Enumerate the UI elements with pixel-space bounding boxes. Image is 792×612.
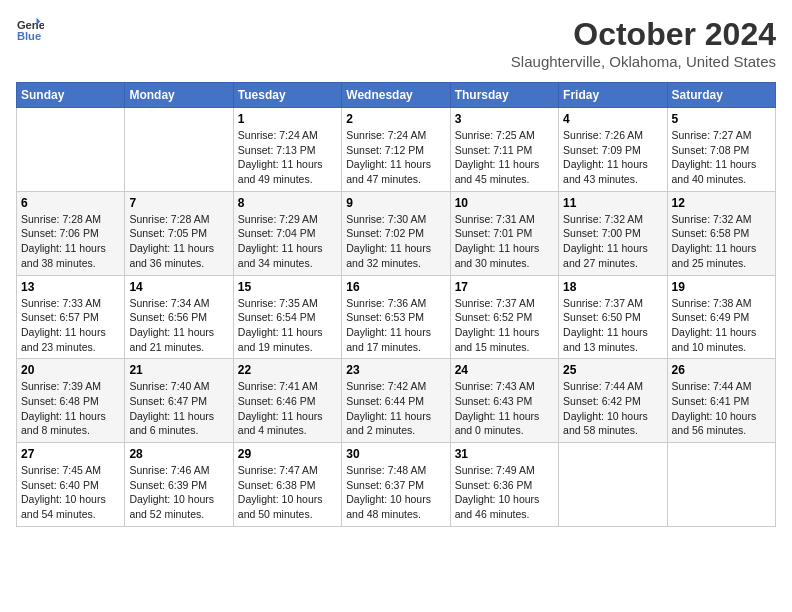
sunrise-text: Sunrise: 7:26 AM: [563, 128, 662, 143]
day-cell: 15Sunrise: 7:35 AMSunset: 6:54 PMDayligh…: [233, 275, 341, 359]
day-number: 11: [563, 196, 662, 210]
daylight-text: Daylight: 11 hours and 45 minutes.: [455, 157, 554, 186]
header-cell-saturday: Saturday: [667, 83, 775, 108]
day-cell: 27Sunrise: 7:45 AMSunset: 6:40 PMDayligh…: [17, 443, 125, 527]
sunrise-text: Sunrise: 7:37 AM: [563, 296, 662, 311]
day-number: 12: [672, 196, 771, 210]
sunrise-text: Sunrise: 7:28 AM: [21, 212, 120, 227]
header-cell-thursday: Thursday: [450, 83, 558, 108]
daylight-text: Daylight: 11 hours and 0 minutes.: [455, 409, 554, 438]
sunset-text: Sunset: 7:01 PM: [455, 226, 554, 241]
sunset-text: Sunset: 7:08 PM: [672, 143, 771, 158]
day-info: Sunrise: 7:32 AMSunset: 6:58 PMDaylight:…: [672, 212, 771, 271]
week-row-3: 13Sunrise: 7:33 AMSunset: 6:57 PMDayligh…: [17, 275, 776, 359]
day-info: Sunrise: 7:29 AMSunset: 7:04 PMDaylight:…: [238, 212, 337, 271]
day-number: 2: [346, 112, 445, 126]
sunrise-text: Sunrise: 7:31 AM: [455, 212, 554, 227]
week-row-1: 1Sunrise: 7:24 AMSunset: 7:13 PMDaylight…: [17, 108, 776, 192]
day-info: Sunrise: 7:41 AMSunset: 6:46 PMDaylight:…: [238, 379, 337, 438]
daylight-text: Daylight: 11 hours and 10 minutes.: [672, 325, 771, 354]
day-info: Sunrise: 7:26 AMSunset: 7:09 PMDaylight:…: [563, 128, 662, 187]
day-cell: 9Sunrise: 7:30 AMSunset: 7:02 PMDaylight…: [342, 191, 450, 275]
sunset-text: Sunset: 6:44 PM: [346, 394, 445, 409]
sunrise-text: Sunrise: 7:44 AM: [563, 379, 662, 394]
day-number: 23: [346, 363, 445, 377]
day-number: 15: [238, 280, 337, 294]
day-cell: 17Sunrise: 7:37 AMSunset: 6:52 PMDayligh…: [450, 275, 558, 359]
day-cell: 21Sunrise: 7:40 AMSunset: 6:47 PMDayligh…: [125, 359, 233, 443]
sunrise-text: Sunrise: 7:36 AM: [346, 296, 445, 311]
day-cell: 7Sunrise: 7:28 AMSunset: 7:05 PMDaylight…: [125, 191, 233, 275]
daylight-text: Daylight: 10 hours and 54 minutes.: [21, 492, 120, 521]
day-cell: 14Sunrise: 7:34 AMSunset: 6:56 PMDayligh…: [125, 275, 233, 359]
day-info: Sunrise: 7:31 AMSunset: 7:01 PMDaylight:…: [455, 212, 554, 271]
daylight-text: Daylight: 11 hours and 23 minutes.: [21, 325, 120, 354]
daylight-text: Daylight: 11 hours and 27 minutes.: [563, 241, 662, 270]
sunrise-text: Sunrise: 7:33 AM: [21, 296, 120, 311]
daylight-text: Daylight: 11 hours and 43 minutes.: [563, 157, 662, 186]
header-cell-wednesday: Wednesday: [342, 83, 450, 108]
daylight-text: Daylight: 10 hours and 52 minutes.: [129, 492, 228, 521]
day-info: Sunrise: 7:28 AMSunset: 7:06 PMDaylight:…: [21, 212, 120, 271]
sunrise-text: Sunrise: 7:29 AM: [238, 212, 337, 227]
day-cell: 29Sunrise: 7:47 AMSunset: 6:38 PMDayligh…: [233, 443, 341, 527]
calendar-header: SundayMondayTuesdayWednesdayThursdayFrid…: [17, 83, 776, 108]
day-number: 4: [563, 112, 662, 126]
sunset-text: Sunset: 7:11 PM: [455, 143, 554, 158]
sunrise-text: Sunrise: 7:49 AM: [455, 463, 554, 478]
day-cell: 26Sunrise: 7:44 AMSunset: 6:41 PMDayligh…: [667, 359, 775, 443]
sunset-text: Sunset: 6:46 PM: [238, 394, 337, 409]
sunrise-text: Sunrise: 7:28 AM: [129, 212, 228, 227]
day-cell: 25Sunrise: 7:44 AMSunset: 6:42 PMDayligh…: [559, 359, 667, 443]
day-number: 13: [21, 280, 120, 294]
day-info: Sunrise: 7:32 AMSunset: 7:00 PMDaylight:…: [563, 212, 662, 271]
day-number: 26: [672, 363, 771, 377]
sunrise-text: Sunrise: 7:24 AM: [238, 128, 337, 143]
header-cell-friday: Friday: [559, 83, 667, 108]
header-row: SundayMondayTuesdayWednesdayThursdayFrid…: [17, 83, 776, 108]
day-cell: 22Sunrise: 7:41 AMSunset: 6:46 PMDayligh…: [233, 359, 341, 443]
sunrise-text: Sunrise: 7:24 AM: [346, 128, 445, 143]
day-number: 17: [455, 280, 554, 294]
day-number: 9: [346, 196, 445, 210]
day-number: 16: [346, 280, 445, 294]
sunset-text: Sunset: 7:02 PM: [346, 226, 445, 241]
day-info: Sunrise: 7:30 AMSunset: 7:02 PMDaylight:…: [346, 212, 445, 271]
sunrise-text: Sunrise: 7:44 AM: [672, 379, 771, 394]
daylight-text: Daylight: 11 hours and 47 minutes.: [346, 157, 445, 186]
sunset-text: Sunset: 6:42 PM: [563, 394, 662, 409]
day-info: Sunrise: 7:39 AMSunset: 6:48 PMDaylight:…: [21, 379, 120, 438]
location-title: Slaughterville, Oklahoma, United States: [511, 53, 776, 70]
daylight-text: Daylight: 10 hours and 56 minutes.: [672, 409, 771, 438]
day-number: 5: [672, 112, 771, 126]
sunset-text: Sunset: 6:36 PM: [455, 478, 554, 493]
day-info: Sunrise: 7:47 AMSunset: 6:38 PMDaylight:…: [238, 463, 337, 522]
daylight-text: Daylight: 11 hours and 49 minutes.: [238, 157, 337, 186]
sunset-text: Sunset: 6:53 PM: [346, 310, 445, 325]
daylight-text: Daylight: 11 hours and 38 minutes.: [21, 241, 120, 270]
day-cell: [17, 108, 125, 192]
day-info: Sunrise: 7:27 AMSunset: 7:08 PMDaylight:…: [672, 128, 771, 187]
sunrise-text: Sunrise: 7:42 AM: [346, 379, 445, 394]
sunset-text: Sunset: 7:00 PM: [563, 226, 662, 241]
day-cell: 16Sunrise: 7:36 AMSunset: 6:53 PMDayligh…: [342, 275, 450, 359]
day-number: 31: [455, 447, 554, 461]
sunset-text: Sunset: 6:50 PM: [563, 310, 662, 325]
daylight-text: Daylight: 11 hours and 17 minutes.: [346, 325, 445, 354]
week-row-4: 20Sunrise: 7:39 AMSunset: 6:48 PMDayligh…: [17, 359, 776, 443]
day-number: 25: [563, 363, 662, 377]
calendar-body: 1Sunrise: 7:24 AMSunset: 7:13 PMDaylight…: [17, 108, 776, 527]
sunrise-text: Sunrise: 7:34 AM: [129, 296, 228, 311]
sunrise-text: Sunrise: 7:39 AM: [21, 379, 120, 394]
day-cell: 18Sunrise: 7:37 AMSunset: 6:50 PMDayligh…: [559, 275, 667, 359]
sunrise-text: Sunrise: 7:35 AM: [238, 296, 337, 311]
day-cell: 4Sunrise: 7:26 AMSunset: 7:09 PMDaylight…: [559, 108, 667, 192]
svg-text:Blue: Blue: [17, 30, 41, 42]
day-cell: 20Sunrise: 7:39 AMSunset: 6:48 PMDayligh…: [17, 359, 125, 443]
day-info: Sunrise: 7:40 AMSunset: 6:47 PMDaylight:…: [129, 379, 228, 438]
logo-icon: General Blue: [16, 16, 44, 44]
day-info: Sunrise: 7:44 AMSunset: 6:41 PMDaylight:…: [672, 379, 771, 438]
day-info: Sunrise: 7:24 AMSunset: 7:13 PMDaylight:…: [238, 128, 337, 187]
day-number: 24: [455, 363, 554, 377]
day-cell: 6Sunrise: 7:28 AMSunset: 7:06 PMDaylight…: [17, 191, 125, 275]
